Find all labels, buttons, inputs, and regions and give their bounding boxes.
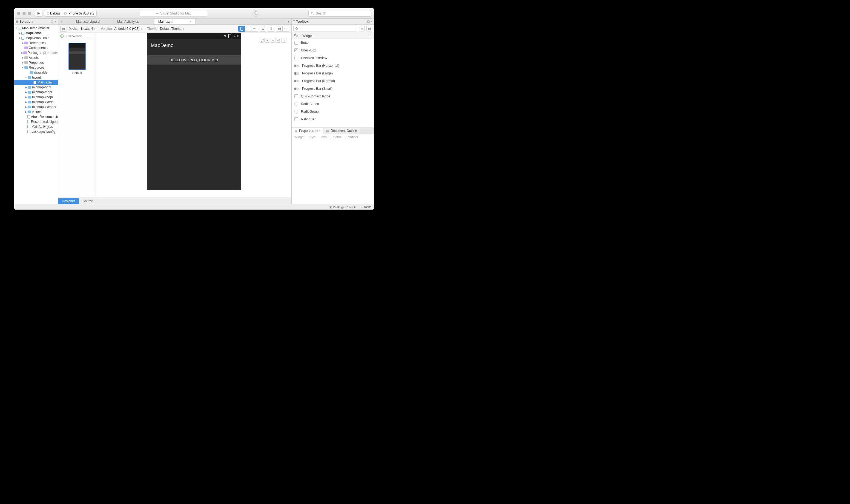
design-canvas[interactable]: ⛶ + − ⦾ ⦿ ▼ 6:00 MapDemo HELLO WORLD, xyxy=(97,33,291,198)
tree-solution-root[interactable]: ▼MapDemo (master) xyxy=(14,26,58,31)
theme-label: Theme: xyxy=(147,27,159,31)
tree-mipmap-mdpi[interactable]: ▶mipmap-mdpi xyxy=(14,90,58,95)
run-button[interactable] xyxy=(35,10,42,17)
solution-tree[interactable]: ▼MapDemo (master) ▶MapDemo ▼MapDemo.Droi… xyxy=(14,25,58,204)
nav-forward-button[interactable]: › xyxy=(68,20,69,23)
tree-components[interactable]: Components xyxy=(14,46,58,50)
global-search-input[interactable]: Search xyxy=(308,10,371,17)
tree-packages-config[interactable]: packages.config xyxy=(14,129,58,134)
grid-segmented[interactable]: ▦ ⋯ xyxy=(276,26,289,32)
toolbox-widget-list: ButtonCheckBoxCheckedTextViewProgress Ba… xyxy=(292,39,374,127)
tree-project-app[interactable]: ▶MapDemo xyxy=(14,31,58,36)
grid-button[interactable]: ▦ xyxy=(276,26,283,32)
tree-references[interactable]: ▶References xyxy=(14,40,58,46)
tree-assets[interactable]: ▶Assets xyxy=(14,55,58,60)
subtab-layout[interactable]: Layout xyxy=(319,135,329,139)
pad-close-button[interactable]: × xyxy=(54,20,56,23)
landscape-button[interactable] xyxy=(245,26,251,32)
pad-close-button[interactable]: × xyxy=(319,129,320,132)
toolbox-item-progress-bar-horizontal-[interactable]: Progress Bar (Horizontal) xyxy=(292,62,374,70)
zoom-out-button[interactable]: − xyxy=(271,38,276,43)
zoom-in-button[interactable]: + xyxy=(265,38,270,43)
orientation-segmented[interactable]: ⋯ xyxy=(238,26,258,32)
subtab-behavior[interactable]: Behavior xyxy=(345,135,358,139)
orientation-more-button[interactable]: ⋯ xyxy=(251,26,258,32)
new-version-button[interactable]: + New Version xyxy=(58,33,96,39)
zoom-100-button[interactable]: ⦾ xyxy=(276,38,281,43)
toolbox-item-button[interactable]: Button xyxy=(292,39,374,47)
tree-resource-designer[interactable]: Resource.designer.cs xyxy=(14,119,58,124)
toolbox-search-input[interactable] xyxy=(293,26,357,32)
search-icon xyxy=(295,27,298,30)
tree-properties[interactable]: ▶Properties xyxy=(14,60,58,65)
toolbox-item-checkbox[interactable]: CheckBox xyxy=(292,47,374,54)
build-config-selector[interactable]: ▢ Debug › ▢ iPhone 6s iOS 9.2 xyxy=(44,10,97,17)
toolbox-item-progress-bar-large-[interactable]: Progress Bar (Large) xyxy=(292,70,374,77)
zoom-reset-button[interactable]: ⦿ xyxy=(281,38,287,43)
toolbox-item-radiogroup[interactable]: RadioGroup xyxy=(292,108,374,115)
toolbox-icon: T xyxy=(293,20,295,23)
pad-autohide-button[interactable]: ▢ xyxy=(51,20,53,23)
subtab-widget[interactable]: Widget xyxy=(294,135,305,139)
toolbox-item-label: CheckedTextView xyxy=(301,56,327,60)
pad-tab-properties[interactable]: ▤ Properties ▢ × xyxy=(292,128,324,134)
toolbox-autohide-button[interactable]: ▢ xyxy=(367,20,370,23)
package-console-button[interactable]: ▣Package Console xyxy=(329,205,357,209)
subtab-scroll[interactable]: Scroll xyxy=(333,135,342,139)
check-icon: ✓ xyxy=(360,205,363,209)
pad-autohide-button[interactable]: ▢ xyxy=(315,129,318,132)
tab-mainactivity[interactable]: MainActivity.cs xyxy=(114,19,154,24)
nav-back-button[interactable]: ‹ xyxy=(61,20,62,23)
toolbox-item-quickcontactbadge[interactable]: QuickContactBadge xyxy=(292,92,374,100)
version-selector[interactable]: Android 6.0 (v23) ▾ xyxy=(114,27,142,31)
tree-project-droid[interactable]: ▼MapDemo.Droid xyxy=(14,36,58,40)
export-button[interactable]: ⇩ xyxy=(268,26,274,32)
tree-main-axml[interactable]: Main.axml xyxy=(14,80,58,85)
toolbox-item-label: Button xyxy=(301,41,311,44)
device-selector[interactable]: Nexus 4 ▾ xyxy=(81,27,96,31)
toolbox-view-button[interactable]: ▤ xyxy=(359,26,365,32)
tree-mipmap-hdpi[interactable]: ▶mipmap-hdpi xyxy=(14,85,58,90)
tab-main-axml[interactable]: Main.axml× xyxy=(154,19,195,24)
settings-button[interactable]: ⚙ xyxy=(260,26,266,32)
fit-screen-button[interactable]: ⛶ xyxy=(260,38,264,43)
grid-more-button[interactable]: ⋯ xyxy=(283,26,289,32)
toolbox-item-checkedtextview[interactable]: CheckedTextView xyxy=(292,54,374,62)
toolbox-item-progress-bar-normal-[interactable]: Progress Bar (Normal) xyxy=(292,77,374,85)
view-tab-source[interactable]: Source xyxy=(79,198,97,204)
layout-thumbnail-default[interactable] xyxy=(68,43,86,70)
android-hello-button[interactable]: HELLO WORLD, CLICK ME! xyxy=(147,55,241,65)
toolbox-grid-button[interactable]: ▦ xyxy=(366,26,372,32)
tree-mainactivity[interactable]: MainActivity.cs xyxy=(14,124,58,129)
window-controls[interactable] xyxy=(17,12,31,15)
tree-mipmap-xxhdpi[interactable]: ▶mipmap-xxhdpi xyxy=(14,100,58,105)
theme-selector[interactable]: Default Theme ▾ xyxy=(160,27,184,31)
tab-close-button[interactable]: × xyxy=(187,19,191,23)
tree-mipmap-xhdpi[interactable]: ▶mipmap-xhdpi xyxy=(14,95,58,100)
toggle-layout-button[interactable]: ▦ xyxy=(60,26,67,32)
tab-overflow-button[interactable]: ▾ xyxy=(285,19,291,24)
toolbox-close-button[interactable]: × xyxy=(371,20,372,23)
pad-tab-document-outline[interactable]: ▤ Document Outline xyxy=(324,128,360,134)
toolbox-item-ratingbar[interactable]: RatingBar xyxy=(292,115,374,123)
tree-aboutresources[interactable]: AboutResources.txt xyxy=(14,114,58,119)
view-tab-designer[interactable]: Designer xyxy=(58,198,79,204)
tree-values[interactable]: ▶values xyxy=(14,109,58,114)
notifications-button[interactable]: ⓘ xyxy=(253,10,259,17)
minimize-window-icon[interactable] xyxy=(22,12,26,15)
tree-mipmap-xxxhdpi[interactable]: ▶mipmap-xxxhdpi xyxy=(14,105,58,109)
tasks-button[interactable]: ✓ Tasks xyxy=(360,205,371,209)
tab-main-storyboard[interactable]: Main.storyboard xyxy=(72,19,114,24)
toolbox-category-header[interactable]: Form Widgets⌃ xyxy=(292,33,374,39)
tree-drawable[interactable]: drawable xyxy=(14,70,58,75)
toolbox-item-progress-bar-small-[interactable]: Progress Bar (Small) xyxy=(292,85,374,92)
tree-layout[interactable]: ▼layout xyxy=(14,75,58,80)
subtab-style[interactable]: Style xyxy=(308,135,316,139)
zoom-window-icon[interactable] xyxy=(28,12,31,15)
close-window-icon[interactable] xyxy=(17,12,20,15)
tree-resources[interactable]: ▼Resources xyxy=(14,65,58,70)
build-config-label: Debug xyxy=(50,12,60,15)
tree-packages[interactable]: ▶Packages (3 updates) xyxy=(14,50,58,55)
toolbox-item-radiobutton[interactable]: RadioButton xyxy=(292,100,374,108)
portrait-button[interactable] xyxy=(238,26,245,32)
